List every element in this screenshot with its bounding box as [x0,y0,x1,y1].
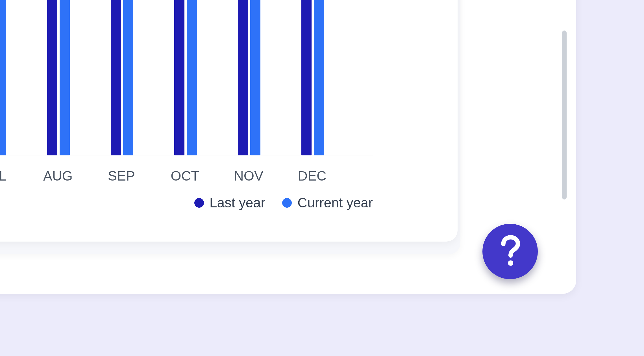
xtick-dec: DEC [298,168,326,184]
chart-legend: Last year Current year [0,195,373,210]
legend-item-current-year: Current year [282,195,373,210]
bar-aug-last [47,0,57,155]
bar-sep-curr [123,0,133,155]
bar-sep-last [111,0,121,155]
chart-x-axis: JUL AUG SEP OCT NOV DEC [0,168,373,191]
chart-bars [0,0,373,155]
bar-aug-curr [60,0,70,155]
question-mark-icon [500,235,520,268]
bar-oct-curr [187,0,197,155]
bar-nov-curr [250,0,260,155]
xtick-sep: SEP [108,168,135,184]
bar-dec-last [301,0,312,155]
svg-point-0 [508,261,513,266]
bar-nov-last [238,0,248,155]
legend-dot-icon [194,198,204,208]
chart-container: $30k $20k $10k $0k JUL AUG SEP OCT NOV D… [0,0,458,242]
xtick-nov: NOV [234,168,263,184]
xtick-jul: JUL [0,168,6,184]
legend-label-current-year: Current year [297,195,373,210]
xtick-oct: OCT [171,168,199,184]
legend-dot-icon [282,198,292,208]
legend-item-last-year: Last year [194,195,265,210]
bar-dec-curr [314,0,324,155]
bar-oct-last [174,0,184,155]
bar-jul-curr [0,0,6,155]
legend-label-last-year: Last year [210,195,265,210]
help-button[interactable] [482,224,538,279]
scrollbar-thumb[interactable] [562,31,567,199]
xtick-aug: AUG [43,168,73,184]
